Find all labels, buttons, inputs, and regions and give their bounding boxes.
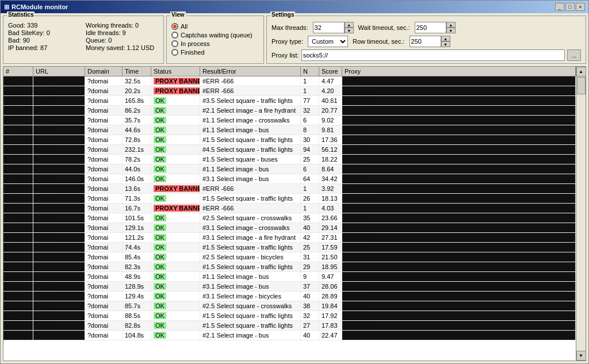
minimize-button[interactable]: _ xyxy=(555,3,564,11)
table-row[interactable]: #10424 https:// ?domai 35.7s OK #1.1 Sel… xyxy=(3,116,576,125)
wait-timeout-spinner[interactable]: ▲ ▼ xyxy=(446,22,456,33)
table-row[interactable]: #10417 https:// ?domai 13.6s PROXY BANNE… xyxy=(3,184,576,194)
statistics-panel: Statistics Good: 339 Working threads: 0 … xyxy=(3,16,164,64)
row-timeout-down[interactable]: ▼ xyxy=(441,41,450,47)
cell-url: https:// xyxy=(33,135,85,144)
table-row[interactable]: #10403 https:// ?domai 88.5s OK #1.5 Sel… xyxy=(3,311,576,321)
view-option-in-process[interactable]: In process xyxy=(171,40,259,47)
cell-result: #1.1 Select image - bus xyxy=(200,272,301,281)
max-threads-down[interactable]: ▼ xyxy=(345,28,354,33)
status-badge: OK xyxy=(154,146,166,153)
table-row[interactable]: #10419 https:// ?domai 44.0s OK #1.1 Sel… xyxy=(3,164,576,174)
cell-n: 40 xyxy=(301,223,319,232)
table-row[interactable]: #10414 https:// ?domai 101.5s OK #2.5 Se… xyxy=(3,213,576,223)
wait-timeout-up[interactable]: ▲ xyxy=(446,22,456,28)
view-label: View xyxy=(170,12,186,18)
cell-time: 129.4s xyxy=(123,292,151,301)
table-row[interactable]: #10421 https:// ?domai 232.1s OK #4.5 Se… xyxy=(3,145,576,155)
cell-domain: ?domai xyxy=(85,233,123,242)
cell-time: 82.3s xyxy=(123,262,151,271)
view-option-all[interactable]: All xyxy=(171,23,259,30)
cell-n: 32 xyxy=(301,106,319,115)
cell-n: 35 xyxy=(301,213,319,223)
cell-time: 128.9s xyxy=(123,282,151,291)
table-row[interactable]: #10415 https:// ?domai 16.7s PROXY BANNE… xyxy=(3,204,576,213)
cell-url: https:// xyxy=(33,223,85,232)
radio-all[interactable] xyxy=(171,23,178,30)
cell-url: https:// xyxy=(33,174,85,183)
radio-finished[interactable] xyxy=(171,49,178,56)
cell-domain: ?domai xyxy=(85,331,123,340)
cell-status: OK xyxy=(151,331,200,340)
cell-time: 32.5s xyxy=(123,76,151,86)
cell-result: #2.1 Select image - bus xyxy=(200,331,301,340)
table-row[interactable]: #10401 https:// ?domai 104.8s OK #2.1 Se… xyxy=(3,331,576,340)
cell-time: 146.0s xyxy=(123,174,151,183)
cell-proxy: socks5:// xyxy=(342,213,576,223)
cell-proxy: socks5:// xyxy=(342,321,576,330)
table-row[interactable]: #10413 https:// ?domai 129.1s OK #3.1 Se… xyxy=(3,223,576,233)
scroll-down-button[interactable]: ▼ xyxy=(576,351,586,361)
status-badge: OK xyxy=(154,97,166,104)
table-row[interactable]: #10402 https:// ?domai 82.8s OK #1.5 Sel… xyxy=(3,321,576,331)
title-bar-left: ⊞ RCModule monitor xyxy=(4,3,68,11)
proxy-list-input[interactable] xyxy=(301,49,565,61)
col-header-url: URL xyxy=(33,67,85,76)
table-row[interactable]: #10408 https:// ?domai 82.3s OK #1.5 Sel… xyxy=(3,262,576,272)
cell-status: OK xyxy=(151,116,200,125)
row-timeout-spinner[interactable]: ▲ ▼ xyxy=(441,36,450,47)
table-row[interactable]: #10404 https:// ?domai 85.7s OK #2.5 Sel… xyxy=(3,301,576,311)
table-row[interactable]: #10425 https:// ?domai 86.2s OK #2.1 Sel… xyxy=(3,106,576,116)
cell-url: https:// xyxy=(33,164,85,174)
table-row[interactable]: #10426 https:// ?domai 165.8s OK #3.5 Se… xyxy=(3,96,576,106)
cell-result: #ERR -666 xyxy=(200,86,301,95)
table-row[interactable]: #10420 https:// ?domai 78.2s OK #1.5 Sel… xyxy=(3,155,576,164)
settings-label: Settings xyxy=(270,12,295,18)
cell-proxy: socks5:// xyxy=(342,204,576,213)
cell-id: #10406 xyxy=(3,282,33,291)
cell-result: #ERR -666 xyxy=(200,184,301,193)
wait-timeout-input[interactable] xyxy=(415,22,446,33)
table-row[interactable]: #10411 https:// ?domai 121.2s OK #3.1 Se… xyxy=(3,233,576,243)
row-timeout-input[interactable] xyxy=(410,36,441,47)
table-row[interactable]: #10416 https:// ?domai 71.3s OK #1.5 Sel… xyxy=(3,194,576,204)
cell-result: #3.1 Select image - bicycles xyxy=(200,292,301,301)
table-row[interactable]: #10429 https:// ?domai 32.5s PROXY BANNE… xyxy=(3,76,576,86)
table-row[interactable]: #10407 https:// ?domai 48.9s OK #1.1 Sel… xyxy=(3,272,576,282)
view-option-finished[interactable]: Finished xyxy=(171,49,259,56)
table-row[interactable]: #10410 https:// ?domai 74.4s OK #1.5 Sel… xyxy=(3,243,576,252)
max-threads-up[interactable]: ▲ xyxy=(345,22,354,28)
cell-proxy: socks5:// xyxy=(342,184,576,193)
cell-score: 21.50 xyxy=(319,252,342,262)
cell-proxy: socks5:// xyxy=(342,145,576,154)
wait-timeout-down[interactable]: ▼ xyxy=(446,28,456,33)
scroll-up-button[interactable]: ▲ xyxy=(576,67,586,76)
cell-status: OK xyxy=(151,311,200,320)
browse-button[interactable]: ... xyxy=(567,49,581,61)
radio-waiting[interactable] xyxy=(171,32,178,39)
scroll-thumb[interactable] xyxy=(577,77,586,94)
row-timeout-up[interactable]: ▲ xyxy=(441,36,450,41)
view-option-waiting[interactable]: Captchas waiting (queue) xyxy=(171,32,259,39)
table-row[interactable]: #10418 https:// ?domai 146.0s OK #3.1 Se… xyxy=(3,174,576,184)
table-row[interactable]: #10409 https:// ?domai 85.4s OK #2.5 Sel… xyxy=(3,252,576,262)
cell-result: #1.5 Select square - traffic lights xyxy=(200,311,301,320)
cell-score: 27.31 xyxy=(319,233,342,242)
table-row[interactable]: #10427 https:// ?domai 20.2s PROXY BANNE… xyxy=(3,86,576,96)
cell-status: OK xyxy=(151,282,200,291)
cell-url: https:// xyxy=(33,301,85,311)
table-row[interactable]: #10405 https:// ?domai 129.4s OK #3.1 Se… xyxy=(3,292,576,301)
max-threads-input[interactable] xyxy=(313,22,345,33)
restore-button[interactable]: □ xyxy=(565,3,575,11)
table-row[interactable]: #10406 https:// ?domai 128.9s OK #3.1 Se… xyxy=(3,282,576,292)
cell-status: OK xyxy=(151,292,200,301)
cell-result: #4.5 Select square - traffic lights xyxy=(200,145,301,154)
stat-money-saved: Money saved: 1.12 USD xyxy=(86,44,159,51)
max-threads-spinner[interactable]: ▲ ▼ xyxy=(345,22,354,33)
proxy-type-select[interactable]: Custom HTTP SOCKS5 xyxy=(308,36,348,47)
view-waiting-label: Captchas waiting (queue) xyxy=(181,32,253,39)
table-row[interactable]: #10423 https:// ?domai 44.6s OK #1.1 Sel… xyxy=(3,125,576,135)
radio-in-process[interactable] xyxy=(171,40,178,47)
close-button[interactable]: × xyxy=(576,3,585,11)
table-row[interactable]: #10422 https:// ?domai 72.8s OK #1.5 Sel… xyxy=(3,135,576,145)
